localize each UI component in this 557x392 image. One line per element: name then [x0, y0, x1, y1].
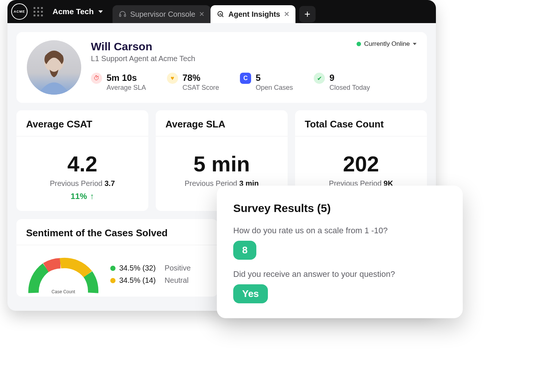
metric-label: CSAT Score	[183, 84, 219, 92]
metric-open-cases: C 5 Open Cases	[240, 73, 293, 92]
top-bar: ACME Acme Tech Supervisor Console ✕	[7, 0, 436, 23]
survey-results-card: Survey Results (5) How do you rate us on…	[217, 186, 463, 318]
survey-question-1: How do you rate us on a scale from 1 -10…	[233, 226, 446, 235]
metric-value: 78%	[183, 73, 219, 83]
kpi-value: 4.2	[16, 151, 148, 176]
kpi-value: 202	[295, 151, 427, 176]
gauge-caption: Case Count	[26, 289, 101, 294]
metric-value: 5m 10s	[107, 73, 146, 83]
survey-title: Survey Results (5)	[233, 202, 446, 215]
check-circle-icon: ✔	[314, 73, 325, 84]
avatar-placeholder-icon	[27, 40, 81, 95]
arrow-up-icon: ↑	[90, 192, 94, 201]
status-label: Currently Online	[364, 40, 410, 48]
metric-label: Average SLA	[107, 84, 146, 92]
cases-icon: C	[240, 73, 251, 84]
new-tab-button[interactable]	[299, 6, 316, 22]
close-icon[interactable]: ✕	[284, 10, 289, 18]
legend-positive: 34.5% (32) Positive	[110, 264, 191, 272]
agent-role: L1 Support Agent at Acme Tech	[91, 54, 195, 63]
panel-title: Average SLA	[156, 110, 288, 136]
close-icon[interactable]: ✕	[199, 10, 205, 18]
brand-logo[interactable]: ACME	[11, 3, 28, 20]
legend-dot-icon	[110, 266, 115, 271]
heart-icon: ♥	[167, 73, 178, 84]
panel-title: Average CSAT	[16, 110, 148, 136]
chevron-down-icon	[98, 10, 103, 13]
insights-icon	[216, 10, 225, 18]
avatar[interactable]	[27, 40, 81, 95]
app-launcher-icon[interactable]	[34, 7, 43, 16]
workspace-name: Acme Tech	[53, 7, 94, 16]
status-dot-icon	[357, 42, 361, 46]
agent-header-card: Will Carson L1 Support Agent at Acme Tec…	[16, 32, 427, 103]
panel-average-csat: Average CSAT 4.2 Previous Period 3.7 11%…	[16, 110, 148, 211]
survey-answer-2: Yes	[233, 284, 268, 303]
metric-csat-score: ♥ 78% CSAT Score	[167, 73, 219, 92]
kpi-delta: 11% ↑	[70, 192, 94, 201]
metric-value: 5	[256, 73, 293, 83]
sentiment-gauge: Case Count	[26, 252, 101, 297]
stopwatch-icon: ⏱	[91, 73, 102, 84]
tab-label: Supervisor Console	[130, 10, 196, 19]
status-picker[interactable]: Currently Online	[357, 40, 417, 48]
legend-neutral: 34.5% (14) Neutral	[110, 276, 191, 285]
chevron-down-icon	[413, 43, 417, 45]
legend-dot-icon	[110, 278, 115, 283]
metric-label: Closed Today	[329, 84, 370, 92]
sentiment-legend: 34.5% (32) Positive 34.5% (14) Neutral	[110, 264, 191, 285]
headset-icon	[118, 10, 127, 18]
tab-strip: Supervisor Console ✕ Agent Insights ✕	[113, 0, 316, 23]
metric-closed-today: ✔ 9 Closed Today	[314, 73, 370, 92]
svg-rect-1	[124, 15, 126, 16]
kpi-previous: Previous Period 3.7	[16, 179, 148, 188]
survey-answer-1: 8	[233, 241, 256, 260]
metric-value: 9	[329, 73, 370, 83]
workspace-picker[interactable]: Acme Tech	[49, 7, 107, 16]
tab-agent-insights[interactable]: Agent Insights ✕	[211, 5, 295, 23]
kpi-value: 5 min	[156, 151, 288, 176]
panel-title: Sentiment of the Cases Solved	[16, 219, 218, 245]
metric-label: Open Cases	[256, 84, 293, 92]
svg-rect-0	[119, 15, 121, 16]
tab-label: Agent Insights	[228, 10, 280, 19]
header-metrics: ⏱ 5m 10s Average SLA ♥ 78% CSAT Score	[91, 73, 417, 92]
agent-name: Will Carson	[91, 40, 195, 53]
panel-sentiment: Sentiment of the Cases Solved Case Count…	[16, 219, 218, 297]
survey-question-2: Did you receive an answer to your questi…	[233, 269, 446, 279]
tab-supervisor-console[interactable]: Supervisor Console ✕	[113, 5, 211, 23]
metric-average-sla: ⏱ 5m 10s Average SLA	[91, 73, 146, 92]
panel-title: Total Case Count	[295, 110, 427, 136]
